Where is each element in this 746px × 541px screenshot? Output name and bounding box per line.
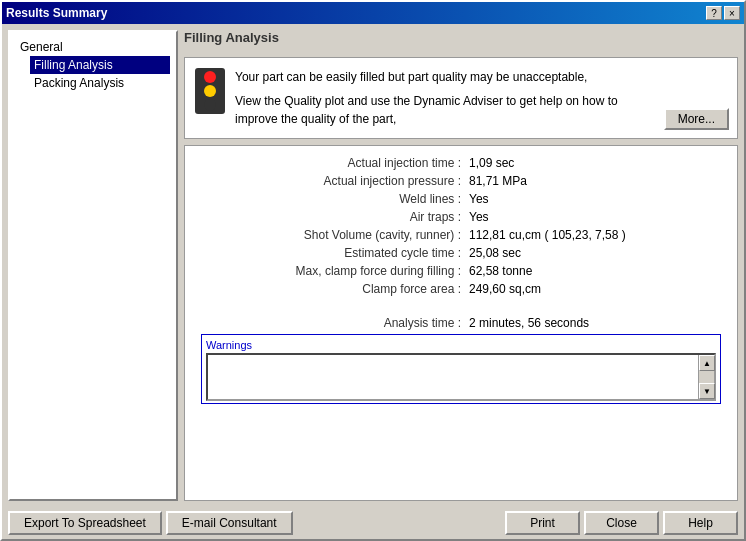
warnings-section: Warnings ▲ ▼ bbox=[201, 334, 721, 404]
data-label-6: Max, clamp force during filling : bbox=[201, 264, 461, 278]
data-value-3: Yes bbox=[469, 210, 489, 224]
left-panel: General Filling Analysis Packing Analysi… bbox=[8, 30, 178, 501]
analysis-time-label: Analysis time : bbox=[201, 316, 461, 330]
data-value-6: 62,58 tonne bbox=[469, 264, 532, 278]
data-row-6: Max, clamp force during filling : 62,58 … bbox=[201, 264, 721, 278]
scroll-track bbox=[699, 371, 714, 383]
light-red bbox=[204, 71, 216, 83]
section-title: Filling Analysis bbox=[184, 30, 738, 45]
print-button[interactable]: Print bbox=[505, 511, 580, 535]
data-row-5: Estimated cycle time : 25,08 sec bbox=[201, 246, 721, 260]
data-box: Actual injection time : 1,09 sec Actual … bbox=[184, 145, 738, 501]
light-yellow bbox=[204, 85, 216, 97]
message-line1: Your part can be easily filled but part … bbox=[235, 68, 727, 86]
analysis-time-value: 2 minutes, 56 seconds bbox=[469, 316, 589, 330]
traffic-light-icon bbox=[195, 68, 225, 114]
more-button[interactable]: More... bbox=[664, 108, 729, 130]
warnings-inner: ▲ ▼ bbox=[206, 353, 716, 401]
scroll-up-button[interactable]: ▲ bbox=[699, 355, 715, 371]
data-value-7: 249,60 sq,cm bbox=[469, 282, 541, 296]
tree-item-packing-label: Packing Analysis bbox=[34, 76, 124, 90]
main-window: Results Summary ? × General Filling Anal… bbox=[0, 0, 746, 541]
warnings-label: Warnings bbox=[206, 339, 716, 351]
message-text: Your part can be easily filled but part … bbox=[235, 68, 727, 128]
window-title: Results Summary bbox=[6, 6, 107, 20]
bottom-right-buttons: Print Close Help bbox=[505, 511, 738, 535]
close-button[interactable]: Close bbox=[584, 511, 659, 535]
data-label-1: Actual injection pressure : bbox=[201, 174, 461, 188]
email-button[interactable]: E-mail Consultant bbox=[166, 511, 293, 535]
title-bar: Results Summary ? × bbox=[2, 2, 744, 24]
data-label-7: Clamp force area : bbox=[201, 282, 461, 296]
data-row-4: Shot Volume (cavity, runner) : 112,81 cu… bbox=[201, 228, 721, 242]
scroll-down-button[interactable]: ▼ bbox=[699, 383, 715, 399]
data-row-2: Weld lines : Yes bbox=[201, 192, 721, 206]
bottom-left-buttons: Export To Spreadsheet E-mail Consultant bbox=[8, 511, 293, 535]
close-button[interactable]: × bbox=[724, 6, 740, 20]
bottom-bar: Export To Spreadsheet E-mail Consultant … bbox=[2, 507, 744, 539]
content-area: General Filling Analysis Packing Analysi… bbox=[2, 24, 744, 507]
tree-item-general-label: General bbox=[20, 40, 63, 54]
data-value-5: 25,08 sec bbox=[469, 246, 521, 260]
data-value-0: 1,09 sec bbox=[469, 156, 514, 170]
data-row-1: Actual injection pressure : 81,71 MPa bbox=[201, 174, 721, 188]
right-panel: Filling Analysis Your part can be easily… bbox=[184, 30, 738, 501]
message-line2: View the Quality plot and use the Dynami… bbox=[235, 92, 727, 110]
data-label-3: Air traps : bbox=[201, 210, 461, 224]
help-button[interactable]: Help bbox=[663, 511, 738, 535]
analysis-time-row: Analysis time : 2 minutes, 56 seconds bbox=[201, 316, 721, 330]
scrollbar: ▲ ▼ bbox=[698, 355, 714, 399]
data-row-0: Actual injection time : 1,09 sec bbox=[201, 156, 721, 170]
data-row-7: Clamp force area : 249,60 sq,cm bbox=[201, 282, 721, 296]
title-bar-buttons: ? × bbox=[706, 6, 740, 20]
message-box: Your part can be easily filled but part … bbox=[184, 57, 738, 139]
data-label-0: Actual injection time : bbox=[201, 156, 461, 170]
light-green bbox=[204, 99, 216, 111]
data-value-1: 81,71 MPa bbox=[469, 174, 527, 188]
data-label-2: Weld lines : bbox=[201, 192, 461, 206]
data-value-2: Yes bbox=[469, 192, 489, 206]
data-value-4: 112,81 cu,cm ( 105,23, 7,58 ) bbox=[469, 228, 626, 242]
data-label-5: Estimated cycle time : bbox=[201, 246, 461, 260]
message-line3: improve the quality of the part, bbox=[235, 110, 727, 128]
data-row-3: Air traps : Yes bbox=[201, 210, 721, 224]
data-label-4: Shot Volume (cavity, runner) : bbox=[201, 228, 461, 242]
tree-item-filling-label: Filling Analysis bbox=[34, 58, 113, 72]
help-button[interactable]: ? bbox=[706, 6, 722, 20]
tree-item-filling[interactable]: Filling Analysis bbox=[30, 56, 170, 74]
tree-item-general[interactable]: General bbox=[16, 38, 170, 56]
export-button[interactable]: Export To Spreadsheet bbox=[8, 511, 162, 535]
tree-item-packing[interactable]: Packing Analysis bbox=[30, 74, 170, 92]
